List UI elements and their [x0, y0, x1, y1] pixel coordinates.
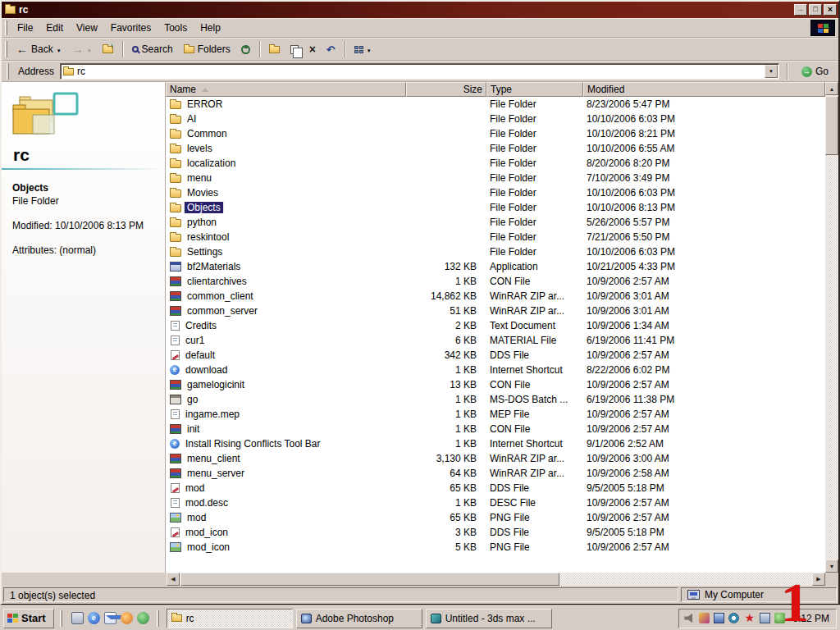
menu-view[interactable]: View [70, 20, 104, 36]
scroll-up-button[interactable] [825, 82, 838, 95]
quicklaunch-media-player-icon[interactable] [121, 612, 133, 624]
file-row[interactable]: SettingsFile Folder10/10/2006 6:03 PM [166, 244, 825, 259]
column-header-name[interactable]: Name [166, 82, 406, 97]
file-row[interactable]: menu_server64 KBWinRAR ZIP ar...10/9/200… [166, 466, 825, 481]
undo-button[interactable] [322, 39, 340, 59]
vertical-scroll-thumb[interactable] [825, 96, 838, 155]
tray-volume-icon[interactable] [684, 613, 695, 623]
taskbar-task-adobe-photoshop[interactable]: Adobe Photoshop [296, 609, 422, 628]
tasks-grip[interactable] [157, 610, 159, 627]
file-row[interactable]: go1 KBMS-DOS Batch ...6/19/2006 11:38 PM [166, 392, 825, 407]
file-row[interactable]: bf2Materials132 KBApplication10/21/2005 … [166, 259, 825, 274]
file-row[interactable]: cur16 KBMATERIAL File6/19/2006 11:41 PM [166, 333, 825, 348]
forward-dropdown-icon[interactable] [87, 43, 92, 55]
file-row[interactable]: menuFile Folder7/10/2006 3:49 PM [166, 171, 825, 185]
file-row[interactable]: gamelogicinit13 KBCON File10/9/2006 2:57… [166, 377, 825, 392]
go-button[interactable]: Go [795, 64, 835, 79]
file-row[interactable]: AIFile Folder10/10/2006 6:03 PM [166, 112, 825, 126]
file-row[interactable]: reskintoolFile Folder7/21/2006 5:50 PM [166, 230, 825, 244]
tray-scheduler-icon[interactable] [728, 613, 739, 623]
file-row[interactable]: ingame.mep1 KBMEP File10/9/2006 2:57 AM [166, 407, 825, 422]
toolbar-grip[interactable] [5, 41, 7, 58]
quicklaunch-outlook-express-icon[interactable] [104, 612, 116, 624]
file-row[interactable]: menu_client3,130 KBWinRAR ZIP ar...10/9/… [166, 451, 825, 466]
horizontal-scroll-thumb[interactable] [180, 573, 559, 586]
move-to-button[interactable] [264, 39, 285, 59]
file-size: 1 KB [406, 409, 486, 420]
file-row[interactable]: ObjectsFile Folder10/10/2006 8:13 PM [166, 200, 825, 215]
file-row[interactable]: download1 KBInternet Shortcut8/22/2006 6… [166, 363, 825, 377]
scroll-down-button[interactable] [825, 559, 838, 573]
taskbar-task-rc[interactable]: rc [167, 609, 293, 628]
folders-button[interactable]: Folders [179, 39, 235, 59]
file-name: mod_icon [185, 541, 232, 553]
menubar-grip[interactable] [5, 21, 7, 35]
delete-icon [309, 43, 316, 56]
file-modified: 10/9/2006 2:57 AM [583, 349, 825, 361]
file-row[interactable]: mod65 KBDDS File9/5/2005 5:18 PM [166, 481, 825, 495]
folder-icon [170, 130, 181, 139]
file-row[interactable]: default342 KBDDS File10/9/2006 2:57 AM [166, 348, 825, 363]
minimize-button[interactable] [794, 4, 807, 16]
scroll-left-button[interactable] [167, 573, 180, 586]
file-row[interactable]: common_client14,862 KBWinRAR ZIP ar...10… [166, 289, 825, 304]
up-button[interactable]: ↑ [98, 39, 118, 59]
file-size: 132 KB [406, 261, 486, 272]
addressbar-grip[interactable] [7, 63, 9, 79]
delete-button[interactable] [304, 39, 321, 59]
file-row[interactable]: MoviesFile Folder10/10/2006 6:03 PM [166, 185, 825, 200]
forward-button[interactable] [67, 39, 97, 59]
file-row[interactable]: Install Rising Conflicts Tool Bar1 KBInt… [166, 436, 825, 451]
address-dropdown-button[interactable] [765, 65, 778, 78]
maximize-button[interactable] [809, 4, 822, 16]
file-size: 6 KB [406, 335, 486, 346]
file-row[interactable]: CommonFile Folder10/10/2006 8:21 PM [166, 126, 825, 141]
address-input[interactable]: rc [60, 63, 779, 80]
vertical-scrollbar[interactable] [825, 82, 838, 573]
close-button[interactable] [824, 4, 837, 16]
file-row[interactable]: mod65 KBPNG File10/9/2006 2:57 AM [166, 510, 825, 525]
menu-help[interactable]: Help [194, 20, 227, 36]
quicklaunch-internet-explorer-icon[interactable] [88, 612, 100, 624]
file-row[interactable]: clientarchives1 KBCON File10/9/2006 2:57… [166, 274, 825, 289]
back-dropdown-icon[interactable] [57, 43, 62, 55]
back-button[interactable]: Back [11, 39, 66, 59]
tray-display-icon[interactable] [714, 613, 724, 623]
horizontal-scrollbar[interactable] [167, 573, 825, 586]
file-row[interactable]: Credits2 KBText Document10/9/2006 1:34 A… [166, 318, 825, 333]
sort-ascending-icon [202, 88, 208, 92]
tray-antivirus-icon[interactable] [743, 613, 756, 623]
quicklaunch-show-desktop-icon[interactable] [71, 612, 84, 624]
file-row[interactable]: levelsFile Folder10/10/2006 6:55 AM [166, 141, 825, 156]
file-row[interactable]: localizationFile Folder8/20/2006 8:20 PM [166, 156, 825, 171]
file-row[interactable]: ERRORFile Folder8/23/2006 5:47 PM [166, 97, 825, 112]
start-button[interactable]: Start [3, 609, 54, 628]
file-row[interactable]: mod_icon3 KBDDS File9/5/2005 5:18 PM [166, 525, 825, 540]
history-button[interactable] [236, 39, 255, 59]
views-dropdown-icon[interactable] [367, 43, 372, 55]
tray-network-icon[interactable] [760, 613, 770, 623]
taskbar-task-untitled-3ds-max-[interactable]: Untitled - 3ds max ... [426, 609, 552, 628]
title-bar[interactable]: rc [2, 2, 838, 18]
quicklaunch-msn-messenger-icon[interactable] [137, 612, 149, 624]
scroll-right-button[interactable] [812, 573, 825, 586]
file-row[interactable]: common_server51 KBWinRAR ZIP ar...10/9/2… [166, 304, 825, 318]
quicklaunch-grip[interactable] [60, 610, 62, 627]
file-row[interactable]: mod_icon5 KBPNG File10/9/2006 2:57 AM [166, 540, 825, 555]
menu-file[interactable]: File [11, 20, 39, 36]
file-row[interactable]: pythonFile Folder5/26/2006 5:57 PM [166, 215, 825, 230]
file-type: WinRAR ZIP ar... [486, 290, 583, 302]
menu-edit[interactable]: Edit [39, 20, 70, 36]
search-button[interactable]: Search [127, 39, 178, 59]
menu-favorites[interactable]: Favorites [104, 20, 158, 36]
column-header-type[interactable]: Type [486, 82, 583, 97]
tray-graphics-icon[interactable] [699, 613, 710, 623]
file-row[interactable]: init1 KBCON File10/9/2006 2:57 AM [166, 422, 825, 436]
file-type: File Folder [486, 187, 583, 199]
menu-tools[interactable]: Tools [158, 20, 194, 36]
views-button[interactable] [349, 39, 377, 59]
column-header-size[interactable]: Size [406, 82, 486, 97]
copy-to-button[interactable] [285, 39, 304, 59]
column-header-modified[interactable]: Modified [583, 82, 825, 97]
file-row[interactable]: mod.desc1 KBDESC File10/9/2006 2:57 AM [166, 495, 825, 510]
